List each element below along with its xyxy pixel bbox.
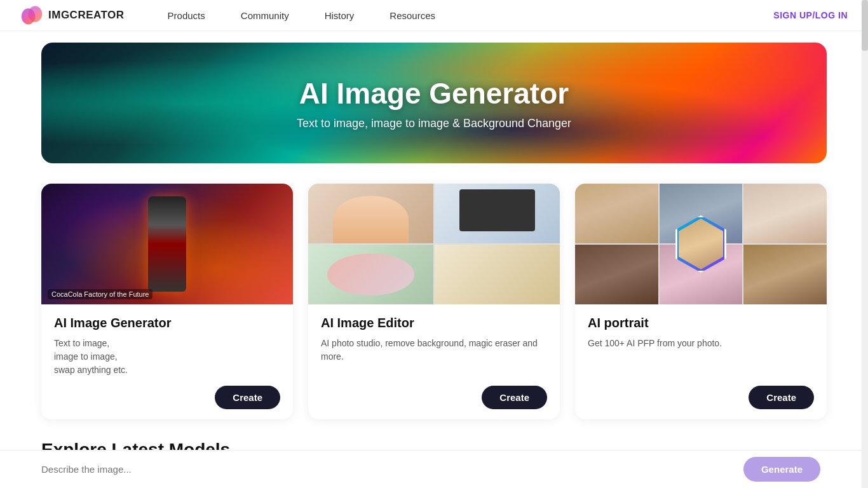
card-title-1: AI Image Generator (54, 316, 280, 330)
card-img-bg-2 (308, 184, 560, 304)
scrollbar[interactable] (862, 0, 868, 468)
card-img-bg-3 (575, 184, 827, 304)
card-desc-3: Get 100+ AI PFP from your photo. (588, 337, 814, 377)
bottle-visual (148, 196, 186, 292)
card-desc-1: Text to image,image to image,swap anythi… (54, 337, 280, 377)
card-footer-2: Create (321, 386, 547, 409)
portrait-cell-4 (575, 245, 658, 304)
svg-point-1 (29, 6, 43, 22)
signup-login-button[interactable]: SIGN UP/LOG IN (773, 10, 848, 20)
create-button-2[interactable]: Create (482, 386, 547, 409)
card-image-label-1: CocaCola Factory of the Future (48, 289, 153, 299)
logo[interactable]: IMGCREATOR (20, 4, 125, 27)
bottom-bar: Generate (0, 450, 862, 468)
cards-section: CocaCola Factory of the Future AI Image … (0, 163, 868, 419)
logo-text: IMGCREATOR (48, 9, 125, 22)
card-ai-image-generator: CocaCola Factory of the Future AI Image … (41, 184, 293, 419)
card-image-2 (308, 184, 560, 304)
hexagon-inner (679, 219, 723, 269)
card-footer-3: Create (588, 386, 814, 409)
hero-banner: AI Image Generator Text to image, image … (41, 43, 827, 163)
card-ai-image-editor: AI Image Editor AI photo studio, remove … (308, 184, 560, 419)
card-desc-2: AI photo studio, remove background, magi… (321, 337, 547, 377)
portrait-cell-6 (743, 245, 827, 304)
nav-links: Products Community History Resources (150, 0, 774, 31)
logo-icon (20, 4, 43, 27)
navbar: IMGCREATOR Products Community History Re… (0, 0, 868, 31)
create-button-1[interactable]: Create (215, 386, 280, 409)
card-body-3: AI portrait Get 100+ AI PFP from your ph… (575, 304, 827, 419)
search-input-wrap (41, 464, 743, 468)
search-input[interactable] (41, 464, 743, 468)
grid-cell-2 (435, 184, 560, 243)
nav-right: SIGN UP/LOG IN (773, 10, 848, 20)
hexagon-shape (675, 215, 726, 273)
grid-cell-1 (308, 184, 433, 243)
portrait-cell-1 (575, 184, 658, 243)
scrollbar-thumb[interactable] (862, 0, 868, 51)
card-image-3 (575, 184, 827, 304)
card-title-2: AI Image Editor (321, 316, 547, 330)
card-img-bg-1 (41, 184, 293, 304)
card-footer-1: Create (54, 386, 280, 409)
nav-resources[interactable]: Resources (372, 0, 453, 31)
card-ai-portrait: AI portrait Get 100+ AI PFP from your ph… (575, 184, 827, 419)
card-body-2: AI Image Editor AI photo studio, remove … (308, 304, 560, 419)
card-title-3: AI portrait (588, 316, 814, 330)
hero-subtitle: Text to image, image to image & Backgrou… (297, 117, 571, 130)
grid-cell-3 (308, 245, 433, 304)
grid-cell-4 (435, 245, 560, 304)
hexagon-overlay (675, 215, 726, 273)
card-body-1: AI Image Generator Text to image,image t… (41, 304, 293, 419)
nav-history[interactable]: History (307, 0, 372, 31)
create-button-3[interactable]: Create (749, 386, 814, 409)
generate-button[interactable]: Generate (743, 457, 820, 468)
nav-products[interactable]: Products (150, 0, 223, 31)
card-image-1: CocaCola Factory of the Future (41, 184, 293, 304)
hero-title: AI Image Generator (299, 76, 569, 111)
portrait-cell-3 (743, 184, 827, 243)
nav-community[interactable]: Community (223, 0, 307, 31)
